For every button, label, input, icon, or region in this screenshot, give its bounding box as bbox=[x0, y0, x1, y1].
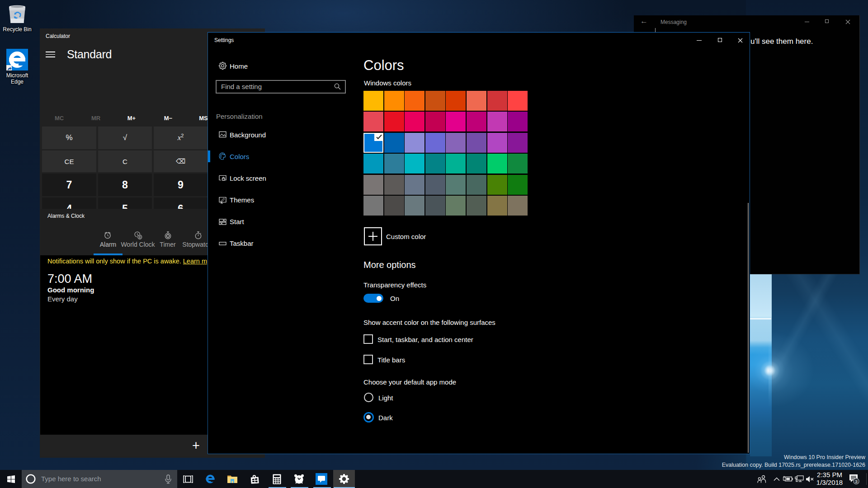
svg-text:3: 3 bbox=[855, 479, 857, 484]
